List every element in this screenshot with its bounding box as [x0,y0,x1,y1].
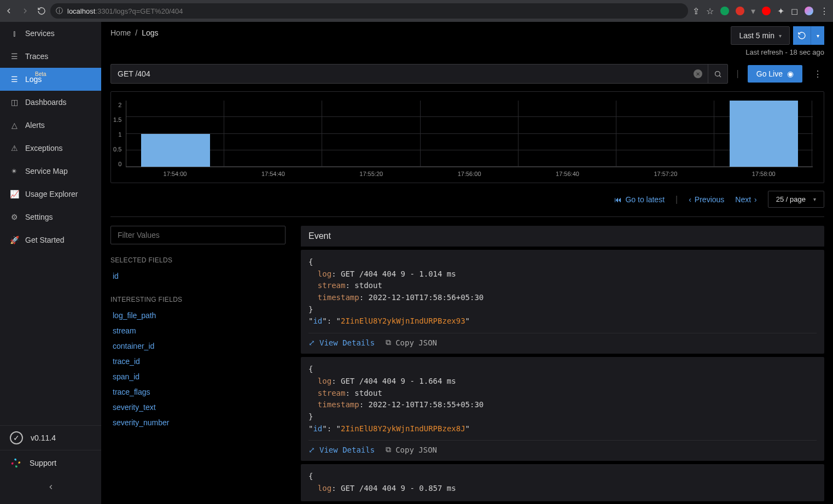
field-item[interactable]: span_id [110,369,286,384]
sidebar-item-label: Exceptions [25,144,62,153]
event-brace-open: { [308,471,817,483]
x-tick: 17:54:40 [261,171,285,177]
page-size-select[interactable]: 25 / page ▾ [768,191,824,208]
expand-icon: ⤢ [308,338,315,347]
event-card: { log: GET /404 404 9 - 1.664 ms stream:… [301,357,824,461]
forward-icon[interactable] [21,7,30,15]
window-icon[interactable]: ◻ [791,6,798,16]
x-tick: 17:56:00 [458,171,481,177]
sidebar-item-service-map[interactable]: ✴Service Map [0,160,101,183]
refresh-dropdown-button[interactable]: ▾ [811,26,824,45]
sidebar-item-services[interactable]: ⫿Services [0,22,101,45]
clear-search-button[interactable]: ✕ [688,65,708,83]
slack-icon [10,457,22,469]
menu-dots-icon[interactable]: ⋮ [820,6,829,16]
x-tick: 17:55:20 [359,171,383,177]
y-tick: 1 [118,131,121,138]
sidebar-item-usage-explorer[interactable]: 📈Usage Explorer [0,183,101,206]
field-item[interactable]: container_id [110,338,286,354]
field-item[interactable]: severity_number [110,415,286,430]
copy-icon: ⧉ [386,445,391,454]
support-button[interactable]: Support [0,450,101,476]
info-icon: ⓘ [56,6,63,16]
sidebar: ⫿Services ☰Traces ☰ Logs Beta ◫Dashboard… [0,22,102,504]
sidebar-item-label: Usage Explorer [25,190,78,198]
warning-icon: ⚠ [10,144,19,153]
sidebar-item-settings[interactable]: ⚙Settings [0,206,101,228]
field-item[interactable]: severity_text [110,400,286,415]
back-icon[interactable] [4,7,13,15]
copy-icon: ⧉ [386,338,391,347]
chart-bar[interactable] [730,101,798,167]
event-brace-open: { [308,256,817,268]
search-button[interactable] [708,65,727,83]
event-card: { log: GET /404 404 9 - 1.014 ms stream:… [301,250,824,354]
share-icon[interactable]: ⇪ [692,6,700,16]
more-options-button[interactable]: ⋮ [811,69,824,79]
close-icon: ✕ [694,69,702,78]
browser-bar: ⓘ localhost:3301/logs?q=GET%20/404 ⇪ ☆ ▾… [0,0,833,22]
field-item[interactable]: trace_id [110,354,286,369]
view-details-button[interactable]: ⤢View Details [308,338,375,347]
breadcrumb: Home / Logs [110,26,159,39]
go-live-button[interactable]: Go Live ◉ [748,65,802,83]
sidebar-item-dashboards[interactable]: ◫Dashboards [0,91,101,114]
sidebar-item-exceptions[interactable]: ⚠Exceptions [0,137,101,160]
ext-yt-icon[interactable] [762,7,771,15]
next-label: Next [735,195,751,204]
sidebar-item-label: Get Started [25,236,65,244]
collapse-sidebar-button[interactable] [0,476,101,499]
filter-values-input[interactable] [110,226,286,244]
copy-json-button[interactable]: ⧉Copy JSON [386,445,437,454]
event-brace-open: { [308,364,817,376]
bell-icon: △ [10,121,19,130]
field-item[interactable]: trace_flags [110,384,286,400]
ext-green-icon[interactable] [720,7,729,15]
go-to-latest-button[interactable]: ⏮ Go to latest [614,195,665,204]
go-live-label: Go Live [756,69,783,78]
search-icon [714,70,722,78]
chart-bar[interactable] [141,134,209,167]
view-details-button[interactable]: ⤢View Details [308,445,375,454]
x-tick: 17:57:20 [654,171,677,177]
sidebar-item-label: Dashboards [25,98,67,107]
sidebar-item-label: Settings [25,213,53,221]
chevron-down-icon: ▾ [813,196,816,202]
field-item[interactable]: log_file_path [110,308,286,323]
gear-icon: ⚙ [10,213,19,221]
selected-fields-heading: SELECTED FIELDS [110,256,286,264]
time-range-select[interactable]: Last 5 min ▾ [731,26,790,45]
skip-back-icon: ⏮ [614,195,622,204]
sidebar-item-label: Service Map [25,167,68,175]
page-size-label: 25 / page [776,195,806,203]
sidebar-item-label: Traces [25,52,48,61]
search-input[interactable] [111,65,688,83]
search-container: ✕ [110,64,728,84]
rocket-icon: 🚀 [10,236,19,244]
sidebar-item-get-started[interactable]: 🚀Get Started [0,228,101,251]
field-item[interactable]: stream [110,323,286,338]
next-button[interactable]: Next › [735,195,756,204]
url-bar[interactable]: ⓘ localhost:3301/logs?q=GET%20/404 [50,3,688,19]
x-tick: 17:58:00 [752,171,776,177]
refresh-button[interactable] [793,26,811,45]
sidebar-item-logs[interactable]: ☰ Logs Beta [0,68,101,91]
sidebar-item-alerts[interactable]: △Alerts [0,114,101,137]
previous-button[interactable]: ‹ Previous [689,195,724,204]
sidebar-item-traces[interactable]: ☰Traces [0,45,101,68]
ext-v-icon[interactable]: ▾ [751,6,755,16]
field-item[interactable]: id [110,268,286,284]
extensions-icon[interactable]: ✦ [777,6,784,16]
version-text: v0.11.4 [31,433,56,442]
main-panel: Home / Logs Last 5 min ▾ ▾ Last refresh … [102,22,833,504]
reload-icon[interactable] [37,7,46,15]
avatar-icon[interactable] [805,7,813,15]
copy-json-button[interactable]: ⧉Copy JSON [386,338,437,347]
event-brace-close: } [308,411,817,423]
bar-chart-icon: ⫿ [10,29,19,38]
play-circle-icon: ◉ [787,69,794,78]
breadcrumb-home[interactable]: Home [110,28,131,37]
last-refresh-text: Last refresh - 18 sec ago [745,48,824,56]
ext-red-icon[interactable] [736,7,744,15]
star-icon[interactable]: ☆ [706,6,714,16]
